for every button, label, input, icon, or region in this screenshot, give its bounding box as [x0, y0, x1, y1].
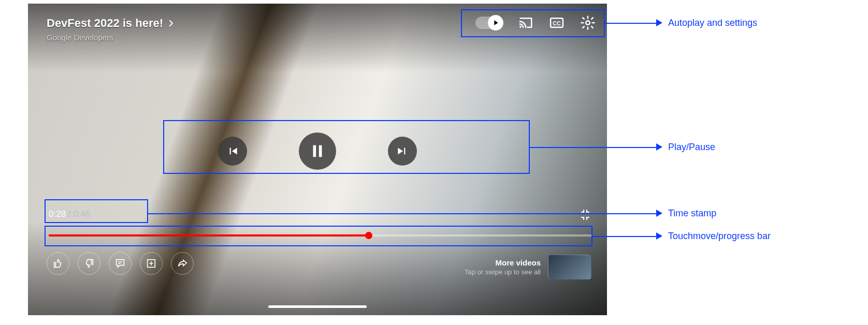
video-title: DevFest 2022 is here!	[47, 17, 163, 30]
center-playback-controls	[28, 130, 607, 172]
channel-name: Google Developers	[47, 33, 176, 42]
svg-point-0	[519, 26, 522, 28]
next-button[interactable]	[388, 137, 417, 166]
annotation-arrow	[656, 143, 662, 151]
previous-track-icon	[226, 144, 239, 158]
dislike-button[interactable]	[78, 252, 100, 275]
progress-bar[interactable]	[49, 234, 591, 237]
share-icon	[177, 258, 188, 269]
annotation-label-timestamp: Time stamp	[668, 208, 716, 219]
play-pause-button[interactable]	[299, 132, 336, 170]
autoplay-toggle[interactable]	[475, 17, 502, 29]
annotation-label-autoplay-settings: Autoplay and settings	[668, 18, 757, 28]
svg-rect-4	[313, 145, 316, 157]
more-videos-title: More videos	[465, 258, 541, 267]
exit-fullscreen-button[interactable]	[579, 209, 591, 223]
next-track-icon	[396, 144, 409, 158]
annotation-line	[605, 23, 657, 24]
svg-point-3	[586, 21, 590, 25]
previous-button[interactable]	[218, 137, 247, 166]
more-videos[interactable]: More videos Tap or swipe up to see all	[465, 255, 591, 279]
exit-fullscreen-icon	[579, 209, 591, 221]
svg-rect-5	[319, 145, 322, 157]
autoplay-knob	[488, 15, 503, 31]
top-controls: CC	[475, 15, 596, 31]
svg-text:CC: CC	[553, 20, 561, 26]
closed-captions-icon: CC	[549, 15, 565, 31]
progress-fill	[49, 234, 369, 237]
home-indicator[interactable]	[268, 305, 367, 308]
like-button[interactable]	[47, 252, 69, 275]
cast-icon	[518, 15, 533, 31]
cast-button[interactable]	[518, 15, 533, 31]
current-time: 0:28	[49, 209, 66, 219]
comments-icon	[114, 258, 126, 269]
share-button[interactable]	[171, 252, 194, 275]
thumbs-up-icon	[52, 258, 64, 269]
save-button[interactable]	[140, 252, 163, 275]
more-videos-subtitle: Tap or swipe up to see all	[465, 268, 541, 276]
chevron-right-icon	[166, 19, 176, 28]
video-title-block[interactable]: DevFest 2022 is here! Google Developers	[47, 17, 176, 42]
duration: 0:46	[73, 209, 90, 219]
comments-button[interactable]	[109, 252, 132, 275]
annotation-arrow	[656, 19, 662, 26]
annotation-label-progress: Touchmove/progress bar	[668, 231, 771, 242]
timestamp: 0:28 / 0:46	[49, 209, 90, 219]
thumbs-down-icon	[83, 258, 95, 269]
pause-icon	[309, 142, 326, 160]
action-row	[47, 252, 194, 275]
cc-button[interactable]: CC	[549, 15, 565, 31]
settings-button[interactable]	[580, 15, 596, 31]
video-player[interactable]: DevFest 2022 is here! Google Developers	[28, 4, 607, 315]
settings-gear-icon	[580, 15, 596, 31]
progress-thumb[interactable]	[365, 232, 372, 239]
save-to-playlist-icon	[146, 258, 157, 269]
annotation-label-play-pause: Play/Pause	[668, 142, 715, 153]
more-videos-thumbnail	[548, 255, 591, 279]
annotation-arrow	[656, 232, 662, 240]
annotation-arrow	[656, 210, 662, 217]
